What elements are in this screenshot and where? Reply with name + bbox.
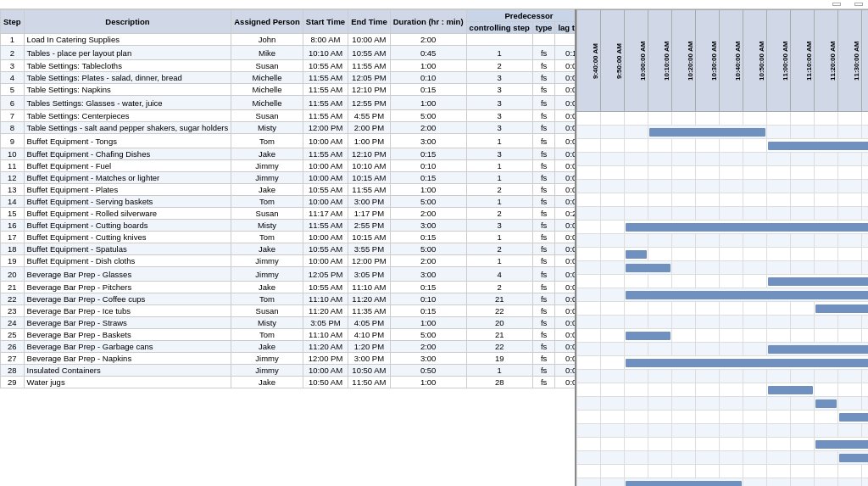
gantt-empty-cell (815, 112, 838, 126)
gantt-bar-cell (625, 261, 672, 275)
cell: 3:00 PM (348, 353, 391, 365)
cell: 1:00 (390, 96, 466, 110)
cell: Tom (231, 232, 303, 243)
gantt-empty-cell (838, 207, 862, 221)
cell: Buffet Equipment - Matches or lighter (24, 172, 231, 184)
gantt-time-header: 11:00:00 AM (767, 10, 791, 112)
gantt-time-header: 10:00:00 AM (625, 10, 648, 112)
cell: Jake (231, 282, 303, 293)
cell: 12:05 PM (348, 72, 391, 84)
gantt-empty-cell (838, 383, 862, 397)
cell: 4:55 PM (348, 110, 391, 122)
gantt-empty-cell (791, 207, 815, 221)
gantt-empty-cell (743, 370, 767, 383)
gantt-empty-cell (577, 166, 601, 180)
gantt-bar-cell (648, 126, 767, 139)
left-panel[interactable]: Step Description Assigned Person Start T… (0, 9, 576, 486)
gantt-empty-cell (648, 234, 672, 248)
cell: 29 (1, 377, 25, 388)
cell: Table Settings: Plates - salad, dinner, … (24, 72, 231, 84)
cell: 0:15 (390, 148, 466, 160)
cell: Buffet Equipment - Spatulas (24, 243, 231, 255)
cell: 11:55 AM (348, 184, 391, 196)
cell: 22 (466, 305, 532, 317)
cell: 22 (466, 341, 532, 353)
gantt-empty-cell (696, 383, 720, 397)
gantt-empty-cell (577, 112, 601, 126)
table-row: 5Table Settings: NapkinsMichelle11:55 AM… (1, 84, 577, 96)
cell: 0:00 (555, 232, 576, 243)
gantt-empty-cell (577, 153, 601, 166)
gantt-empty-cell (672, 193, 696, 207)
gantt-empty-cell (791, 370, 815, 383)
gantt-bar-cell (625, 288, 869, 302)
gantt-empty-cell (791, 166, 815, 180)
cell: Insulated Containers (24, 365, 231, 377)
cell: 11:55 AM (303, 148, 348, 160)
gantt-empty-cell (862, 193, 869, 207)
gantt-empty-cell (815, 261, 838, 275)
gantt-empty-cell (625, 275, 648, 288)
cell: Susan (231, 110, 303, 122)
gantt-bar-cell (815, 302, 869, 316)
gantt-row (577, 288, 869, 302)
gantt-bar (839, 454, 868, 462)
table-row: 26Beverage Bar Prep - Garbage cansJake11… (1, 341, 577, 353)
table-row: 28Insulated ContainersJimmy10:00 AM10:50… (1, 365, 577, 377)
cell: 2 (466, 60, 532, 72)
gantt-empty-cell (672, 411, 696, 424)
gantt-empty-cell (648, 166, 672, 180)
gantt-empty-cell (648, 207, 672, 221)
cell: 0:00 (555, 243, 576, 255)
cell: 13 (1, 184, 25, 196)
gantt-empty-cell (743, 397, 767, 411)
cell: Tom (231, 134, 303, 148)
gantt-empty-cell (577, 302, 601, 316)
gantt-empty-cell (601, 329, 625, 343)
gantt-empty-cell (696, 234, 720, 248)
gantt-empty-cell (767, 424, 791, 438)
gantt-empty-cell (577, 451, 601, 465)
gantt-time-header: 11:30:00 AM (838, 10, 862, 112)
right-panel[interactable]: 9:40:00 AM9:50:00 AM10:00:00 AM10:10:00 … (576, 9, 868, 486)
gantt-empty-cell (791, 438, 815, 451)
cell: 0:15 (390, 84, 466, 96)
cell: Tom (231, 293, 303, 305)
cell: 2 (466, 184, 532, 196)
gantt-empty-cell (625, 302, 648, 316)
gantt-empty-cell (672, 397, 696, 411)
gantt-empty-cell (672, 234, 696, 248)
gantt-empty-cell (696, 112, 720, 126)
cell: Jimmy (231, 365, 303, 377)
gantt-empty-cell (767, 207, 791, 221)
cell: 10:00 AM (303, 172, 348, 184)
cell: 2:00 (390, 122, 466, 134)
gantt-row (577, 193, 869, 207)
cell: 19 (1, 255, 25, 267)
cell: 3 (1, 60, 25, 72)
cell: 21 (466, 329, 532, 341)
gantt-row (577, 126, 869, 139)
gantt-empty-cell (625, 397, 648, 411)
gantt-empty-cell (862, 329, 869, 343)
cell: 18 (1, 243, 25, 255)
cell: 0:00 (555, 377, 576, 388)
table-row: 13Buffet Equipment - PlatesJake10:55 AM1… (1, 184, 577, 196)
gantt-empty-cell (625, 343, 648, 356)
cell: Beverage Bar Prep - Coffee cups (24, 293, 231, 305)
gantt-empty-cell (696, 302, 720, 316)
gantt-empty-cell (601, 465, 625, 478)
gantt-empty-cell (815, 234, 838, 248)
gantt-empty-cell (743, 112, 767, 126)
gantt-empty-cell (743, 261, 767, 275)
gantt-empty-cell (577, 343, 601, 356)
cell: 25 (1, 329, 25, 341)
gantt-empty-cell (838, 193, 862, 207)
cell: 11:10 AM (303, 293, 348, 305)
gantt-empty-cell (767, 316, 791, 329)
gantt-empty-cell (720, 465, 743, 478)
gantt-empty-cell (696, 261, 720, 275)
cell: Load In Catering Supplies (24, 34, 231, 46)
cell: Misty (231, 122, 303, 134)
gantt-empty-cell (791, 193, 815, 207)
